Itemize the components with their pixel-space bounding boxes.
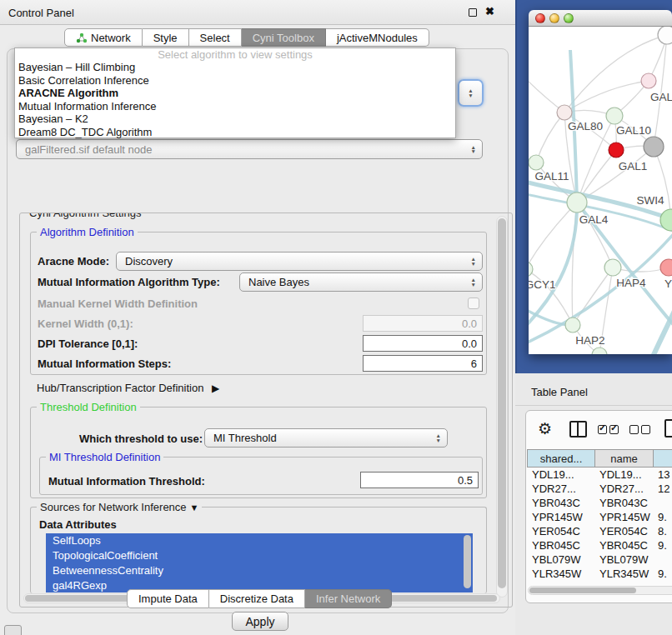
node-gal-partial[interactable]	[641, 73, 656, 88]
table-cell[interactable]	[653, 552, 672, 567]
table-cell[interactable]: YDL19...	[527, 468, 594, 482]
table-cell[interactable]: YLR345W	[527, 567, 594, 581]
node-gal4[interactable]	[567, 192, 587, 212]
table-cell[interactable]: YIL052C	[594, 581, 653, 584]
gear-icon[interactable]: ⚙	[538, 421, 552, 438]
panel-corner-button[interactable]	[4, 625, 22, 635]
algorithm-option-dream8-dc-tdc-algorithm[interactable]: Dream8 DC_TDC Algorithm	[15, 126, 455, 139]
node-bottom-partial[interactable]	[592, 348, 607, 354]
tab-style[interactable]: Style	[143, 28, 189, 47]
attribute-item-betweennesscentrality[interactable]: BetweennessCentrality	[46, 563, 473, 578]
column-header-partial[interactable]	[653, 449, 672, 468]
table-cell[interactable]: YER054C	[594, 524, 653, 538]
network-window-titlebar[interactable]	[529, 10, 672, 27]
network-edge[interactable]	[536, 112, 564, 162]
hub-definition-expander[interactable]: Hub/Transcription Factor Definition ▶	[37, 382, 219, 394]
deselect-all-checkboxes-icon[interactable]	[629, 424, 653, 437]
table-cell[interactable]: YPR145W	[527, 510, 594, 524]
settings-vertical-scrollbar-thumb[interactable]	[498, 218, 506, 588]
table-horizontal-scrollbar-thumb[interactable]	[529, 588, 636, 593]
table-cell[interactable]: YIL052C	[527, 581, 594, 584]
settings-vertical-scrollbar[interactable]	[496, 216, 508, 598]
table-cell[interactable]: 9.	[653, 510, 672, 524]
table-cell[interactable]: YDL19...	[594, 468, 653, 482]
node-gal10[interactable]	[606, 108, 623, 124]
table-row[interactable]: YBR043CYBR043C	[527, 496, 672, 510]
float-window-icon[interactable]	[469, 8, 477, 17]
table-row[interactable]: YDL19...YDL19...13	[527, 468, 672, 482]
split-columns-icon[interactable]	[569, 421, 587, 438]
inference-algorithm-combo-fragment[interactable]: ▲▼	[458, 79, 484, 107]
minimize-traffic-light-icon[interactable]	[549, 13, 559, 23]
table-row[interactable]: YIL052CYIL052C9	[527, 581, 672, 584]
node-top-partial[interactable]	[658, 27, 672, 44]
table-cell[interactable]: YBR045C	[527, 538, 594, 552]
mi-steps-input[interactable]: 6	[363, 355, 483, 372]
algorithm-option-mutual-information-inference[interactable]: Mutual Information Inference	[15, 100, 455, 113]
node-salmon[interactable]	[660, 259, 672, 276]
algorithm-option-bayesian-hill-climbing[interactable]: Bayesian – Hill Climbing	[15, 61, 455, 74]
node-gray[interactable]	[644, 137, 664, 157]
network-canvas[interactable]: GALGAL80GAL10GAL1GAL11GAL4SWI4GCY1HAP4YH…	[529, 27, 672, 354]
attribute-item-selfloops[interactable]: SelfLoops	[46, 533, 473, 548]
column-header-name[interactable]: name	[594, 449, 653, 468]
table-cell[interactable]: 12	[653, 482, 672, 496]
node-gal1[interactable]	[609, 142, 624, 158]
node-gal80[interactable]	[557, 105, 572, 120]
table-cell[interactable]	[653, 496, 672, 510]
node-gal11[interactable]	[529, 155, 544, 170]
table-cell[interactable]: YBL079W	[594, 552, 653, 567]
select-all-checkboxes-icon[interactable]	[598, 424, 621, 437]
aracne-mode-select[interactable]: Discovery ▲▼	[116, 252, 483, 271]
algorithm-option-aracne-algorithm[interactable]: ARACNE Algorithm	[15, 87, 455, 100]
document-icon[interactable]	[664, 419, 672, 438]
table-cell[interactable]: YLR345W	[594, 567, 653, 581]
data-table-select[interactable]: galFiltered.sif default node ▲▼	[16, 139, 483, 159]
close-traffic-light-icon[interactable]	[535, 13, 545, 23]
table-row[interactable]: YDR27...YDR27...12	[527, 482, 672, 496]
node-hap4[interactable]	[604, 259, 621, 276]
apply-button[interactable]: Apply	[232, 612, 288, 631]
attributes-scrollbar-thumb[interactable]	[464, 535, 471, 588]
sources-title[interactable]: Sources for Network Inference▼	[37, 501, 202, 513]
table-cell[interactable]: 13	[653, 468, 672, 482]
tab-discretize-data[interactable]: Discretize Data	[209, 589, 305, 608]
which-threshold-select[interactable]: MI Threshold ▲▼	[204, 428, 448, 448]
tab-impute-data[interactable]: Impute Data	[127, 589, 209, 608]
tab-cyni-toolbox[interactable]: Cyni Toolbox	[242, 28, 326, 47]
zoom-traffic-light-icon[interactable]	[564, 13, 574, 23]
node-hap2[interactable]	[565, 318, 580, 332]
table-row[interactable]: YLR345WYLR345W9.	[527, 567, 672, 581]
table-cell[interactable]: YBR043C	[527, 496, 594, 510]
table-cell[interactable]: YDR27...	[594, 482, 653, 496]
tab-jactivemnodules[interactable]: jActiveMNodules	[326, 28, 429, 47]
column-header-shared[interactable]: shared...	[527, 449, 594, 468]
table-cell[interactable]: YPR145W	[594, 510, 653, 524]
close-icon[interactable]: ✖	[485, 5, 494, 18]
algorithm-option-bayesian-k2[interactable]: Bayesian – K2	[15, 112, 455, 126]
table-cell[interactable]: 8.	[653, 524, 672, 538]
node-gcy1[interactable]	[529, 262, 533, 277]
table-row[interactable]: YBL079WYBL079W	[527, 552, 672, 567]
table-cell[interactable]: 9	[653, 581, 672, 584]
table-cell[interactable]: YDR27...	[527, 482, 594, 496]
table-cell[interactable]: 9.	[653, 567, 672, 581]
tab-network[interactable]: Network	[64, 28, 143, 47]
table-cell[interactable]: 9.	[653, 538, 672, 552]
table-row[interactable]: YPR145WYPR145W9.	[527, 510, 672, 524]
table-row[interactable]: YBR045CYBR045C9.	[527, 538, 672, 552]
dpi-tolerance-input[interactable]: 0.0	[363, 335, 483, 352]
mi-algorithm-type-select[interactable]: Naive Bayes ▲▼	[239, 272, 483, 292]
mi-threshold-input[interactable]: 0.5	[360, 472, 479, 488]
table-cell[interactable]: YBL079W	[527, 552, 594, 567]
attribute-item-topologicalcoefficient[interactable]: TopologicalCoefficient	[46, 548, 473, 563]
table-cell[interactable]: YBR043C	[594, 496, 653, 510]
tab-select[interactable]: Select	[189, 28, 242, 47]
table-row[interactable]: YER054CYER054C8.	[527, 524, 672, 538]
table-horizontal-scrollbar[interactable]	[528, 586, 672, 595]
table-cell[interactable]: YBR045C	[594, 538, 653, 552]
table-cell[interactable]: YER054C	[527, 524, 594, 538]
algorithm-option-basic-correlation-inference[interactable]: Basic Correlation Inference	[15, 74, 455, 88]
data-attributes-list[interactable]: SelfLoopsTopologicalCoefficientBetweenne…	[46, 533, 473, 592]
tab-infer-network[interactable]: Infer Network	[305, 589, 392, 608]
